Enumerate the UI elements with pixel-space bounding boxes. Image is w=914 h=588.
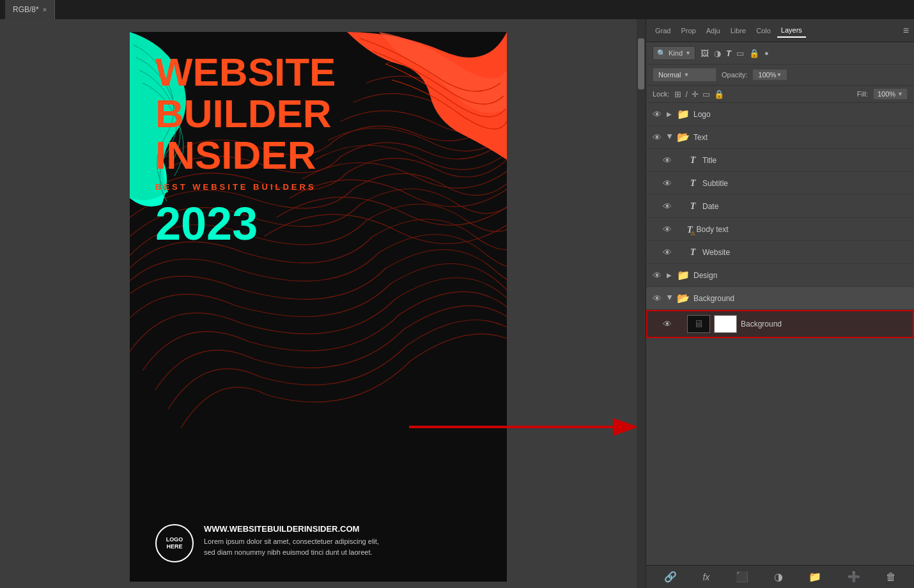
poster-footer: LOGOHERE WWW.WEBSITEBUILDERINSIDER.COM L… — [155, 524, 481, 562]
layer-folder-design: 📁 — [677, 269, 690, 281]
layer-background-group[interactable]: 👁 ▶ 📂 Background — [646, 287, 914, 310]
lock-all-icon[interactable]: 🔒 — [714, 89, 724, 99]
poster-canvas: WEBSITEBUILDERINSIDER BEST WEBSITE BUILD… — [130, 32, 507, 582]
layer-body-text[interactable]: 👁 T ⚠ Body text — [646, 218, 914, 241]
kind-filter-label: Kind — [669, 49, 683, 57]
filter-pixel-icon[interactable]: 🖼 — [699, 47, 710, 59]
filter-adjust-icon[interactable]: ◑ — [713, 47, 722, 59]
blend-mode-row: Normal ▼ Opacity: 100% ▼ — [646, 65, 914, 86]
filter-type-icon[interactable]: T — [725, 47, 732, 59]
layer-thumb-bg-white — [714, 315, 737, 333]
group-icon[interactable]: 📁 — [806, 568, 824, 585]
panel-tabs: Grad Prop Adju Libre Colo Layers ≡ — [646, 19, 914, 42]
layer-visibility-title[interactable]: 👁 — [662, 155, 673, 166]
new-layer-icon[interactable]: ➕ — [845, 568, 863, 585]
scrollbar-thumb[interactable] — [638, 38, 644, 89]
layer-visibility-website[interactable]: 👁 — [662, 247, 673, 258]
layer-folder-text: 📂 — [677, 131, 690, 143]
tab-prop[interactable]: Prop — [677, 24, 699, 37]
canvas-scrollbar[interactable] — [637, 19, 646, 588]
fx-icon[interactable]: fx — [700, 569, 712, 585]
layer-type-icon-website: T — [687, 247, 699, 258]
poster-body: Lorem ipsum dolor sit amet, consectetuer… — [204, 536, 379, 557]
mask-icon[interactable]: ⬛ — [733, 568, 751, 585]
poster-content: WEBSITEBUILDERINSIDER BEST WEBSITE BUILD… — [130, 32, 507, 582]
layer-type-icon-subtitle: T — [687, 178, 699, 189]
filter-shape-icon[interactable]: ▭ — [735, 47, 745, 59]
layer-visibility-logo[interactable]: 👁 — [651, 109, 663, 120]
layer-expand-bg[interactable]: ▶ — [667, 295, 674, 302]
layer-name-logo: Logo — [693, 110, 909, 119]
layer-visibility-subtitle[interactable]: 👁 — [662, 178, 673, 189]
lock-artboard-icon[interactable]: ▭ — [702, 89, 710, 99]
active-tab[interactable]: RGB/8* × — [5, 0, 55, 19]
opacity-input[interactable]: 100% ▼ — [752, 69, 787, 81]
layer-folder-logo: 📁 — [677, 108, 690, 120]
blend-mode-select[interactable]: Normal ▼ — [653, 68, 716, 82]
search-icon: 🔍 — [657, 49, 666, 58]
kind-filter-chevron: ▼ — [685, 50, 691, 56]
filter-smart-icon[interactable]: 🔒 — [748, 47, 761, 59]
poster-url: WWW.WEBSITEBUILDERINSIDER.COM — [204, 524, 379, 534]
lock-move-icon[interactable]: ✛ — [692, 89, 699, 99]
poster-subtitle: BEST WEBSITE BUILDERS — [155, 182, 481, 192]
poster-year: 2023 — [155, 201, 481, 247]
layer-design-group[interactable]: 👁 ▶ 📁 Design — [646, 264, 914, 287]
layer-name-bg: Background — [741, 320, 909, 329]
layer-visibility-bg[interactable]: 👁 — [662, 319, 673, 329]
tab-label: RGB/8* — [13, 5, 39, 14]
logo-box: LOGOHERE — [155, 524, 194, 562]
poster-title: WEBSITEBUILDERINSIDER — [155, 51, 481, 176]
lock-position-icon[interactable]: ⊞ — [674, 89, 681, 99]
layer-name-title: Title — [702, 156, 909, 165]
main-area: WEBSITEBUILDERINSIDER BEST WEBSITE BUILD… — [0, 19, 914, 588]
adjustment-icon[interactable]: ◑ — [771, 568, 786, 585]
tab-adju[interactable]: Adju — [702, 24, 724, 37]
filter-icons: 🖼 ◑ T ▭ 🔒 ● — [699, 47, 770, 59]
tab-close-button[interactable]: × — [43, 6, 47, 13]
layer-type-icon-date: T — [687, 201, 699, 212]
link-icon[interactable]: 🔗 — [662, 568, 679, 585]
filter-circle-icon[interactable]: ● — [763, 48, 770, 58]
lock-label: Lock: — [653, 90, 669, 98]
panel-menu-icon[interactable]: ≡ — [903, 25, 909, 36]
layer-name-bg-group: Background — [693, 294, 909, 303]
layer-name-subtitle: Subtitle — [702, 179, 909, 188]
layer-expand-design[interactable]: ▶ — [667, 272, 673, 279]
layer-visibility-body[interactable]: 👁 — [662, 224, 673, 235]
layer-visibility-design[interactable]: 👁 — [651, 270, 663, 281]
layer-name-body: Body text — [697, 225, 909, 234]
lock-brush-icon[interactable]: / — [685, 89, 688, 99]
panel-bottom-toolbar: 🔗 fx ⬛ ◑ 📁 ➕ 🗑 — [646, 565, 914, 588]
canvas-area: WEBSITEBUILDERINSIDER BEST WEBSITE BUILD… — [0, 19, 637, 588]
layer-website[interactable]: 👁 T Website — [646, 241, 914, 264]
layer-expand-logo[interactable]: ▶ — [667, 111, 673, 118]
layer-visibility-date[interactable]: 👁 — [662, 201, 673, 212]
layer-date[interactable]: 👁 T Date — [646, 195, 914, 218]
tab-grad[interactable]: Grad — [651, 24, 674, 37]
layer-subtitle[interactable]: 👁 T Subtitle — [646, 172, 914, 195]
tab-libre[interactable]: Libre — [727, 24, 750, 37]
delete-icon[interactable]: 🗑 — [883, 569, 899, 585]
layer-title[interactable]: 👁 T Title — [646, 149, 914, 172]
layer-visibility-text[interactable]: 👁 — [651, 132, 663, 143]
layer-name-text-group: Text — [693, 133, 909, 142]
kind-filter-select[interactable]: 🔍 Kind ▼ — [653, 46, 695, 60]
fill-input[interactable]: 100% ▼ — [873, 88, 908, 100]
layer-text-group[interactable]: 👁 ▶ 📂 Text — [646, 126, 914, 149]
layer-name-design: Design — [693, 271, 909, 280]
layer-name-website: Website — [702, 248, 909, 257]
layer-type-icon-title: T — [687, 155, 699, 166]
layers-panel: Grad Prop Adju Libre Colo Layers ≡ 🔍 Kin… — [646, 19, 914, 588]
lock-row: Lock: ⊞ / ✛ ▭ 🔒 Fill: 100% ▼ — [646, 86, 914, 103]
layer-name-date: Date — [702, 202, 909, 211]
layer-logo[interactable]: 👁 ▶ 📁 Logo — [646, 103, 914, 126]
tab-layers[interactable]: Layers — [777, 24, 806, 38]
layers-list: 👁 ▶ 📁 Logo 👁 ▶ 📂 Text 👁 T Title — [646, 103, 914, 565]
blend-mode-chevron: ▼ — [683, 72, 689, 78]
layer-expand-text[interactable]: ▶ — [667, 134, 674, 141]
tab-colo[interactable]: Colo — [752, 24, 775, 37]
layer-visibility-bg-group[interactable]: 👁 — [651, 293, 663, 304]
layer-background-layer[interactable]: 👁 🖥 Background — [646, 310, 914, 338]
layer-warning-body: ⚠ — [690, 230, 695, 236]
